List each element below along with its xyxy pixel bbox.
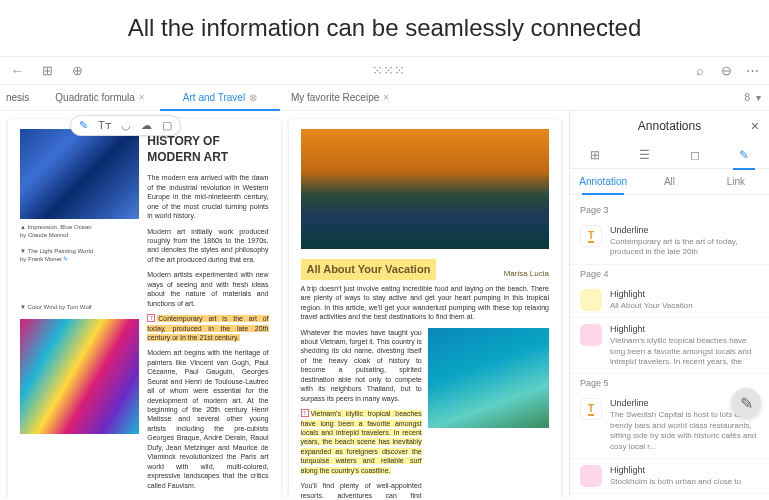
image-caption: ▼ The Light Painting Worldby Frank Monet… bbox=[20, 247, 139, 263]
tab-quadratic[interactable]: Quadratic formula× bbox=[40, 85, 160, 110]
apps-icon[interactable]: ⁙⁙⁙ bbox=[380, 62, 398, 80]
paragraph: Modern artists experimented with new way… bbox=[147, 270, 268, 308]
top-toolbar: ← ⊞ ⊕ ⁙⁙⁙ ⌕ ⊖ ⋯ bbox=[0, 57, 769, 85]
tab-recipe[interactable]: My favorite Receipe× bbox=[280, 85, 400, 110]
tab-all[interactable]: All bbox=[636, 169, 702, 194]
doc-page-left: ▲ Impression, Blue Oceanby Claude Monisd… bbox=[8, 119, 281, 498]
grid-icon[interactable]: ⊞ bbox=[38, 62, 56, 80]
tab-art-travel[interactable]: Art and Travel⊗ bbox=[160, 85, 280, 110]
panel-view-icons: ⊞ ☰ ◻ ✎ bbox=[570, 141, 769, 169]
annotation-icon[interactable]: ✎ bbox=[739, 148, 749, 162]
underline-chip: T bbox=[580, 225, 602, 247]
annotation-item[interactable]: T UnderlineContemporary art is the art o… bbox=[570, 219, 769, 265]
close-icon[interactable]: × bbox=[139, 92, 145, 103]
page-label: Page 3 bbox=[570, 201, 769, 219]
toggle-icon[interactable]: ⊖ bbox=[717, 62, 735, 80]
image-caption: ▲ Impression, Blue Oceanby Claude Monisd bbox=[20, 223, 139, 239]
grid-view-icon[interactable]: ⊞ bbox=[590, 148, 600, 162]
close-icon[interactable]: × bbox=[383, 92, 389, 103]
search-icon[interactable]: ⌕ bbox=[691, 62, 709, 80]
tab-link[interactable]: Link bbox=[703, 169, 769, 194]
bookmark-icon[interactable]: ◻ bbox=[690, 148, 700, 162]
annotation-item[interactable]: HighlightAll About Your Vacation bbox=[570, 283, 769, 318]
highlighted-text: TContemporary art is the art of today, p… bbox=[147, 314, 268, 342]
paragraph: Modern art initially work produced rough… bbox=[147, 227, 268, 265]
highlight-chip bbox=[580, 289, 602, 311]
new-tab-icon[interactable]: ⊕ bbox=[68, 62, 86, 80]
list-view-icon[interactable]: ☰ bbox=[639, 148, 650, 162]
floating-tools: ✎ Tᴛ ◡ ☁ ▢ bbox=[70, 115, 181, 136]
doc-page-right: All About Your Vacation Marisa Lucia A t… bbox=[289, 119, 562, 498]
annotation-item[interactable]: HighlightStockholm is both urban and clo… bbox=[570, 459, 769, 494]
more-icon[interactable]: ⋯ bbox=[743, 62, 761, 80]
close-icon[interactable]: × bbox=[751, 118, 759, 134]
comment-icon[interactable]: ☁ bbox=[141, 119, 152, 132]
annotation-item[interactable]: HighlightVietnam's idyllic tropical beac… bbox=[570, 318, 769, 374]
hero-image bbox=[301, 129, 550, 249]
artwork-image bbox=[20, 129, 139, 219]
text-tool-icon[interactable]: Tᴛ bbox=[98, 119, 111, 132]
page-label: Page 4 bbox=[570, 265, 769, 283]
document-viewer: ✎ Tᴛ ◡ ☁ ▢ ▲ Impression, Blue Oceanby Cl… bbox=[0, 111, 569, 498]
tab-strip: nesis Quadratic formula× Art and Travel⊗… bbox=[0, 85, 769, 111]
annotation-list: Page 3 T UnderlineContemporary art is th… bbox=[570, 195, 769, 498]
main-body: ✎ Tᴛ ◡ ☁ ▢ ▲ Impression, Blue Oceanby Cl… bbox=[0, 111, 769, 498]
tab-annotation[interactable]: Annotation bbox=[570, 169, 636, 194]
highlighted-text: TVietnam's idyllic tropical beaches have… bbox=[301, 409, 422, 475]
close-icon[interactable]: ⊗ bbox=[249, 92, 257, 103]
ann-sub-tabs: Annotation All Link bbox=[570, 169, 769, 195]
note-icon[interactable]: ▢ bbox=[162, 119, 172, 132]
author-name: Marisa Lucia bbox=[442, 269, 549, 280]
image-caption: ▼ Color Wind by Tom Wolf bbox=[20, 303, 139, 311]
artwork-image bbox=[20, 319, 139, 434]
tab-nesis[interactable]: nesis bbox=[0, 85, 40, 110]
panel-header: Annotations × bbox=[570, 111, 769, 141]
paragraph: Whatever the movies have taught you abou… bbox=[301, 328, 422, 404]
highlight-chip bbox=[580, 465, 602, 487]
back-icon[interactable]: ← bbox=[8, 62, 26, 80]
article-title: All About Your Vacation bbox=[301, 259, 437, 280]
marketing-headline: All the information can be seamlessly co… bbox=[0, 0, 769, 56]
paragraph: A trip doesn't just involve eating incre… bbox=[301, 284, 550, 322]
pen-icon[interactable]: ✎ bbox=[79, 119, 88, 132]
paragraph: The modern era arrived with the dawn of … bbox=[147, 173, 268, 220]
edit-fab[interactable]: ✎ bbox=[731, 388, 761, 418]
paragraph: You'll find plenty of well-appointed res… bbox=[301, 481, 422, 498]
highlight-chip bbox=[580, 324, 602, 346]
underline-chip: T bbox=[580, 398, 602, 420]
paragraph: Among the movements which flowered in th… bbox=[147, 496, 268, 498]
eraser-icon[interactable]: ◡ bbox=[121, 119, 131, 132]
article-title: HISTORY OF MODERN ART bbox=[147, 133, 268, 165]
page-number: 8 bbox=[744, 92, 750, 103]
app-window: ← ⊞ ⊕ ⁙⁙⁙ ⌕ ⊖ ⋯ nesis Quadratic formula×… bbox=[0, 56, 769, 498]
paragraph: Modern art begins with the heritage of p… bbox=[147, 348, 268, 490]
annotations-panel: Annotations × ⊞ ☰ ◻ ✎ Annotation All Lin… bbox=[569, 111, 769, 498]
chevron-down-icon[interactable]: ▾ bbox=[756, 92, 761, 103]
travel-image bbox=[428, 328, 549, 428]
